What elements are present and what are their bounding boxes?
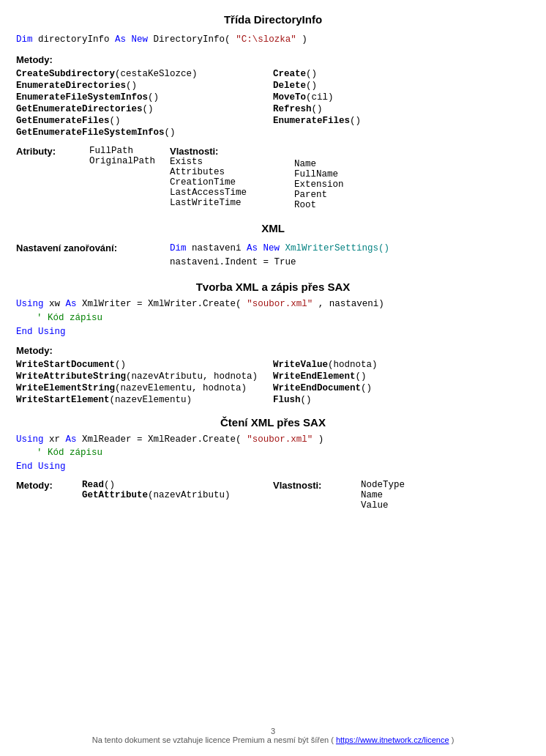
xml-read-props-col: Vlastnosti: NodeType Name Value bbox=[273, 480, 530, 511]
xml-read-props-label: Vlastnosti: bbox=[273, 480, 354, 491]
license-text: Na tento dokument se vztahuje licence Pr… bbox=[0, 735, 546, 744]
page: Třída DirectoryInfo Dim directoryInfo As… bbox=[0, 0, 546, 756]
xml-end-using: End Using bbox=[16, 325, 530, 339]
method-getattribute: GetAttribute(nazevAtributu) bbox=[82, 490, 231, 500]
xml-write-methods-table: WriteStartDocument() WriteValue(hodnota)… bbox=[16, 359, 530, 406]
license-text-before: Na tento dokument se vztahuje licence Pr… bbox=[92, 735, 334, 744]
comment-text-xr: ' Kód zápisu bbox=[37, 448, 102, 458]
prop-parent: Parent bbox=[294, 190, 344, 200]
var-nastaveni: nastaveni bbox=[192, 243, 247, 253]
xml-setting-label: Nastavení zanořování: bbox=[16, 242, 170, 253]
xml-setting-line1: Dim nastaveni As New XmlWriterSettings() bbox=[170, 242, 530, 256]
var-xw: xw bbox=[49, 299, 66, 309]
prop-fullname: FullName bbox=[294, 169, 344, 179]
xml-comment: ' Kód zápisu bbox=[16, 311, 530, 325]
method-cell: WriteValue(hodnota) bbox=[273, 359, 530, 371]
method-cell: Delete() bbox=[273, 80, 530, 92]
kw-as-new2: As New bbox=[247, 243, 280, 253]
properties-header: Vlastnosti: Exists Attributes CreationTi… bbox=[170, 146, 287, 208]
kw-dim: Dim bbox=[16, 34, 33, 45]
kw-using: Using bbox=[16, 299, 44, 309]
method-cell: EnumerateFiles() bbox=[273, 115, 530, 127]
xml-read-methods-label: Metody: bbox=[16, 480, 75, 491]
kw-dim2: Dim bbox=[170, 243, 187, 253]
xml-setting-line2: nastaveni.Indent = True bbox=[170, 256, 530, 270]
attr-row: Atributy: FullPath OriginalPath bbox=[16, 146, 170, 166]
attributes-col: Atributy: FullPath OriginalPath bbox=[16, 146, 170, 210]
class-xmlreader: XmlReader = XmlReader.Create( bbox=[82, 434, 242, 445]
str-soubor-xr: "soubor.xml" bbox=[247, 434, 313, 445]
kw-as: As bbox=[66, 299, 77, 309]
xml-read-props-list: NodeType Name Value bbox=[354, 480, 405, 511]
method-cell: EnumerateFileSystemInfos() bbox=[16, 92, 273, 103]
prop-root: Root bbox=[294, 200, 344, 210]
properties-label: Vlastnosti: bbox=[170, 146, 287, 157]
var-directoryinfo: directoryInfo bbox=[38, 34, 115, 45]
section-title-directoryinfo: Třída DirectoryInfo bbox=[16, 13, 530, 26]
method-cell: EnumerateDirectories() bbox=[16, 80, 273, 92]
xml-write-title: Tvorba XML a zápis přes SAX bbox=[16, 281, 530, 293]
prop-creationtime: CreationTime bbox=[170, 177, 287, 188]
attr-fullpath: FullPath bbox=[89, 146, 155, 156]
method-cell: GetEnumerateFileSystemInfos() bbox=[16, 127, 273, 138]
methods-label-di: Metody: bbox=[16, 54, 530, 65]
xml-setting-row: Nastavení zanořování: Dim nastaveni As N… bbox=[16, 242, 530, 270]
prop-value-xr: Value bbox=[361, 500, 405, 511]
footer: 3 Na tento dokument se vztahuje licence … bbox=[0, 727, 546, 744]
method-cell: WriteElementString(nazevElementu, hodnot… bbox=[16, 382, 273, 394]
kw-as-xr: As bbox=[66, 434, 77, 445]
paren-close: ) bbox=[302, 34, 307, 45]
directoryinfo-code: Dim directoryInfo As New DirectoryInfo( … bbox=[16, 33, 530, 47]
xml-read-methods-list: Read() GetAttribute(nazevAtributu) bbox=[75, 480, 231, 500]
method-cell: WriteStartElement(nazevElementu) bbox=[16, 394, 273, 406]
method-cell: Refresh() bbox=[273, 103, 530, 115]
license-text-after: ) bbox=[452, 735, 455, 744]
class-xmlwritersettings: XmlWriterSettings() bbox=[285, 243, 390, 253]
attr-originalpath: OriginalPath bbox=[89, 156, 155, 166]
attributes-values: FullPath OriginalPath bbox=[82, 146, 155, 166]
xml-read-title: Čtení XML přes SAX bbox=[16, 416, 530, 429]
prop-lastwritetime: LastWriteTime bbox=[170, 198, 287, 208]
license-link[interactable]: https://www.itnetwork.cz/licence bbox=[336, 735, 449, 744]
table-row: GetEnumerateDirectories() Refresh() bbox=[16, 103, 530, 115]
table-row: EnumerateFileSystemInfos() MoveTo(cil) bbox=[16, 92, 530, 103]
table-row: EnumerateDirectories() Delete() bbox=[16, 80, 530, 92]
str-soubor: "soubor.xml" bbox=[247, 299, 313, 309]
method-cell: Create() bbox=[273, 68, 530, 80]
method-cell bbox=[273, 127, 530, 138]
method-cell: WriteEndDocument() bbox=[273, 382, 530, 394]
comma-nastaveni: , nastaveni) bbox=[318, 299, 384, 309]
xml-title: XML bbox=[16, 222, 530, 234]
properties-col2: Name FullName Extension Parent Root bbox=[287, 146, 344, 210]
xml-using-xw: Using xw As XmlWriter = XmlWriter.Create… bbox=[16, 297, 530, 311]
table-row: CreateSubdirectory(cestaKeSlozce) Create… bbox=[16, 68, 530, 80]
table-row: WriteElementString(nazevElementu, hodnot… bbox=[16, 382, 530, 394]
method-cell: GetEnumerateFiles() bbox=[16, 115, 273, 127]
class-xmlwriter: XmlWriter = XmlWriter.Create( bbox=[82, 299, 242, 309]
method-cell: WriteEndElement() bbox=[273, 371, 530, 382]
table-row: WriteStartDocument() WriteValue(hodnota) bbox=[16, 359, 530, 371]
kw-as-new: As New bbox=[115, 34, 148, 45]
methods-label-xw: Metody: bbox=[16, 345, 530, 356]
prop-nodetype: NodeType bbox=[361, 480, 405, 490]
xml-setting-code: Dim nastaveni As New XmlWriterSettings()… bbox=[170, 242, 530, 270]
prop-lastaccesstime: LastAccessTime bbox=[170, 188, 287, 198]
properties-col: Vlastnosti: Exists Attributes CreationTi… bbox=[170, 146, 530, 210]
method-cell: Flush() bbox=[273, 394, 530, 406]
prop-exists: Exists bbox=[170, 157, 287, 167]
table-row: GetEnumerateFiles() EnumerateFiles() bbox=[16, 115, 530, 127]
props-row: Vlastnosti: Exists Attributes CreationTi… bbox=[170, 146, 344, 210]
method-cell: CreateSubdirectory(cestaKeSlozce) bbox=[16, 68, 273, 80]
method-cell: WriteAttributeString(nazevAtributu, hodn… bbox=[16, 371, 273, 382]
xml-read-methods-col: Metody: Read() GetAttribute(nazevAtribut… bbox=[16, 480, 273, 511]
string-path: "C:\slozka" bbox=[236, 34, 296, 45]
comment-text: ' Kód zápisu bbox=[37, 313, 102, 323]
method-cell: MoveTo(cil) bbox=[273, 92, 530, 103]
paren-xr: ) bbox=[318, 434, 324, 445]
xml-end-using-xr: End Using bbox=[16, 460, 530, 474]
page-number: 3 bbox=[0, 727, 546, 735]
kw-end-using: End Using bbox=[16, 327, 66, 337]
kw-using-xr: Using bbox=[16, 434, 44, 445]
class-directoryinfo: DirectoryInfo( bbox=[154, 34, 231, 45]
var-xr: xr bbox=[49, 434, 66, 445]
